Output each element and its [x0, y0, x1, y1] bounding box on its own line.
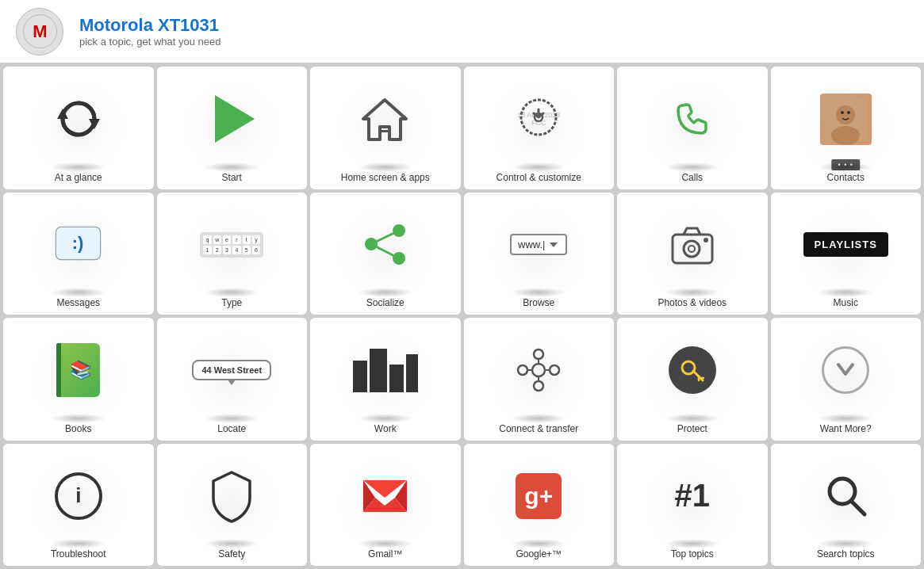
icon-area: [464, 318, 615, 423]
icon-area: [3, 67, 154, 172]
cell-label: Locate: [217, 423, 246, 434]
cell-label: Search topics: [817, 548, 875, 559]
icon-shadow: [818, 288, 873, 297]
cell-label: Photos & videos: [658, 297, 727, 308]
cell-label: Google+™: [516, 548, 562, 559]
svg-point-25: [688, 246, 695, 252]
hash-number-icon: #1: [675, 478, 711, 514]
cell-gmail[interactable]: Gmail™: [310, 444, 461, 567]
cell-type[interactable]: qwe rty 123 456 Type: [157, 193, 308, 315]
svg-point-27: [532, 364, 545, 376]
icon-area: [310, 67, 461, 172]
book-icon: 📚: [56, 343, 100, 397]
cell-control[interactable]: 13 AUG 2013 FCC Control & customize: [464, 67, 615, 189]
svg-point-28: [518, 365, 527, 375]
header-text: Motorola XT1031 pick a topic, get what y…: [79, 15, 221, 48]
svg-text::): :): [72, 233, 84, 253]
cell-label: Music: [834, 297, 858, 308]
icon-shadow: [204, 288, 259, 297]
svg-point-26: [704, 238, 708, 242]
icon-area: • • •: [771, 67, 922, 172]
cell-label: Top topics: [671, 548, 714, 559]
svg-point-30: [534, 349, 543, 359]
cell-protect[interactable]: Protect: [617, 318, 768, 441]
cell-label: Home screen & apps: [341, 172, 430, 183]
cell-start[interactable]: Start: [157, 67, 308, 189]
home-icon: [359, 94, 411, 145]
buildings-icon: [353, 349, 418, 392]
chevron-down-icon: [832, 357, 859, 384]
protect-icon: [669, 346, 716, 394]
cell-contacts[interactable]: • • • Contacts: [771, 67, 922, 189]
cell-safety[interactable]: Safety: [157, 444, 308, 567]
cell-label: Browse: [523, 297, 554, 308]
shield-icon: [206, 468, 258, 524]
icon-shadow: [511, 162, 566, 172]
topic-grid: At a glance Start Home screen & apps 13 …: [0, 63, 924, 569]
cell-troubleshoot[interactable]: i Troubleshoot: [3, 444, 154, 567]
icon-area: [310, 444, 461, 549]
cell-books[interactable]: 📚 Books: [3, 318, 154, 441]
icon-shadow: [358, 162, 413, 172]
contact-photo: [820, 94, 872, 145]
cell-locate[interactable]: 44 West Street Locate: [157, 318, 308, 441]
icon-shadow: [511, 414, 566, 423]
icon-area: #1: [617, 444, 768, 549]
cell-label: Work: [374, 423, 397, 434]
browser-icon: www.|: [510, 234, 567, 255]
cell-label: Start: [222, 172, 242, 183]
icon-area: [157, 444, 308, 549]
cell-at-a-glance[interactable]: At a glance: [3, 67, 154, 189]
cell-browse[interactable]: www.| Browse: [464, 193, 615, 315]
svg-marker-4: [363, 100, 406, 139]
svg-point-13: [847, 111, 850, 114]
cell-music[interactable]: PLAYLISTS Music: [771, 193, 922, 315]
cell-work[interactable]: Work: [310, 318, 461, 441]
icon-shadow: [511, 288, 566, 297]
header: M Motorola XT1031 pick a topic, get what…: [0, 0, 924, 63]
svg-rect-6: [380, 130, 391, 132]
svg-point-10: [836, 105, 855, 124]
cell-google-plus[interactable]: g+ Google+™: [464, 444, 615, 567]
phone-icon: [666, 94, 718, 145]
cell-label: Socialize: [366, 297, 404, 308]
svg-point-24: [684, 241, 700, 257]
cell-messages[interactable]: :) Messages: [3, 193, 154, 315]
icon-shadow: [818, 539, 873, 548]
cell-label: At a glance: [55, 172, 102, 183]
cell-label: Messages: [56, 297, 100, 308]
cell-top-topics[interactable]: #1 Top topics: [617, 444, 768, 567]
cell-photos[interactable]: Photos & videos: [617, 193, 768, 315]
icon-area: [310, 318, 461, 423]
icon-area: 📚: [3, 318, 154, 423]
svg-point-31: [534, 381, 543, 391]
icon-shadow: [665, 414, 720, 423]
icon-shadow: [358, 288, 413, 297]
camera-icon: [666, 219, 718, 270]
svg-point-29: [550, 365, 559, 375]
cell-connect[interactable]: Connect & transfer: [464, 318, 615, 441]
cell-label: Safety: [218, 548, 245, 559]
key-icon: [679, 357, 706, 384]
svg-line-21: [371, 244, 399, 258]
icon-shadow: [204, 162, 259, 172]
play-icon: [215, 95, 255, 143]
cell-label: Calls: [681, 172, 703, 183]
icon-area: g+: [464, 444, 615, 549]
icon-shadow: [204, 539, 259, 548]
icon-shadow: [51, 288, 106, 297]
cell-search-topics[interactable]: Search topics: [771, 444, 922, 567]
troubleshoot-icon: i: [55, 472, 102, 520]
cell-socialize[interactable]: Socialize: [310, 193, 461, 315]
locate-icon: 44 West Street: [192, 360, 271, 380]
svg-point-11: [831, 126, 860, 145]
cell-calls[interactable]: Calls: [617, 67, 768, 189]
icon-area: :): [3, 193, 154, 298]
cell-home-screen[interactable]: Home screen & apps: [310, 67, 461, 189]
cell-want-more[interactable]: Want More?: [771, 318, 922, 441]
icon-shadow: [51, 162, 106, 172]
icon-area: qwe rty 123 456: [157, 193, 308, 298]
keyboard-icon: qwe rty 123 456: [200, 232, 263, 258]
icon-area: [310, 193, 461, 298]
icon-shadow: [665, 162, 720, 172]
